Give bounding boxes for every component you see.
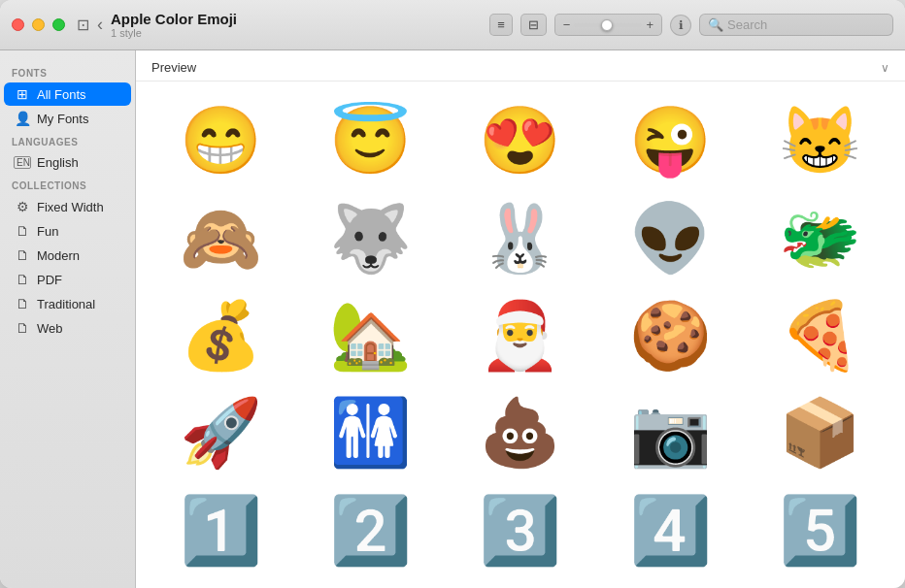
size-slider-container[interactable]: − + xyxy=(554,14,662,36)
emoji-cell[interactable]: 1️⃣ xyxy=(146,481,295,578)
sidebar-item-label-fun: Fun xyxy=(37,224,58,239)
emoji-char: 2️⃣ xyxy=(329,497,412,563)
close-button[interactable] xyxy=(12,18,24,31)
sidebar-item-label-modern: Modern xyxy=(37,248,80,263)
emoji-char: 🙈 xyxy=(180,205,262,271)
traffic-lights xyxy=(12,18,65,31)
emoji-char: 💩 xyxy=(479,399,561,465)
emoji-cell[interactable]: 😜 xyxy=(595,91,745,188)
fonts-section-label: Fonts xyxy=(0,62,135,82)
size-minus-icon: − xyxy=(563,17,571,32)
emoji-char: 4️⃣ xyxy=(629,497,712,563)
emoji-cell[interactable]: 📦 xyxy=(746,383,895,480)
emoji-cell[interactable]: 🙈 xyxy=(146,188,295,285)
emoji-char: 🐲 xyxy=(779,205,861,271)
preview-chevron-icon[interactable]: ∨ xyxy=(881,61,889,75)
emoji-cell[interactable]: 🍪 xyxy=(595,286,745,383)
titlebar-info: Apple Color Emoji 1 style xyxy=(111,11,489,39)
main-window: ⊡ ‹ Apple Color Emoji 1 style ≡ ⊟ − + ℹ xyxy=(0,0,905,588)
slider-thumb[interactable] xyxy=(601,19,613,31)
fun-icon: 🗋 xyxy=(14,223,31,239)
emoji-cell[interactable]: 🐺 xyxy=(295,188,445,285)
emoji-cell[interactable]: 4️⃣ xyxy=(595,481,745,578)
emoji-char: 1️⃣ xyxy=(180,497,262,563)
sidebar-item-label-english: English xyxy=(37,155,79,170)
emoji-cell[interactable]: 🚀 xyxy=(146,383,295,480)
sidebar-item-label-traditional: Traditional xyxy=(37,297,95,311)
list-view-button[interactable]: ≡ xyxy=(489,14,513,36)
preview-label: Preview xyxy=(151,60,196,75)
emoji-cell[interactable]: 😁 xyxy=(146,91,295,188)
sidebar: Fonts ⊞ All Fonts 👤 My Fonts Languages E… xyxy=(0,50,136,588)
emoji-grid: 😁 😇 😍 😜 😸 🙈 🐺 🐰 👽 🐲 💰 🏡 🎅 🍪 🍕 🚀 xyxy=(136,82,905,588)
info-icon: ℹ xyxy=(679,18,684,32)
emoji-cell[interactable]: 5️⃣ xyxy=(746,481,895,578)
fixed-width-icon: ⚙ xyxy=(14,199,31,214)
emoji-cell[interactable]: 📷 xyxy=(595,383,745,480)
search-input[interactable] xyxy=(727,17,885,32)
sidebar-item-traditional[interactable]: 🗋 Traditional xyxy=(4,292,131,315)
emoji-cell[interactable]: 😇 xyxy=(295,91,445,188)
emoji-cell[interactable]: 💰 xyxy=(146,286,295,383)
emoji-char: 🐺 xyxy=(329,205,412,271)
emoji-cell[interactable]: 🐲 xyxy=(746,188,895,285)
font-name: Apple Color Emoji xyxy=(111,11,489,27)
font-subtitle: 1 style xyxy=(111,27,489,39)
collections-section-label: Collections xyxy=(0,175,135,194)
main-content: Fonts ⊞ All Fonts 👤 My Fonts Languages E… xyxy=(0,50,905,588)
slider-track[interactable] xyxy=(574,23,642,27)
preview-area: Preview ∨ 😁 😇 😍 😜 😸 🙈 🐺 🐰 👽 🐲 💰 🏡 xyxy=(136,50,905,588)
search-icon: 🔍 xyxy=(708,17,723,32)
emoji-char: 😍 xyxy=(479,107,561,173)
sidebar-item-fun[interactable]: 🗋 Fun xyxy=(4,219,131,243)
emoji-cell[interactable]: 3️⃣ xyxy=(446,481,595,578)
emoji-cell[interactable]: 🏡 xyxy=(295,286,445,383)
traditional-icon: 🗋 xyxy=(14,296,31,311)
sidebar-toggle-button[interactable]: ⊡ xyxy=(77,16,89,34)
titlebar-controls: ≡ ⊟ − + ℹ 🔍 xyxy=(489,14,893,36)
search-bar[interactable]: 🔍 xyxy=(699,14,893,36)
sidebar-item-label-my-fonts: My Fonts xyxy=(37,112,88,126)
maximize-button[interactable] xyxy=(52,18,65,31)
list-view-icon: ≡ xyxy=(497,17,505,32)
sidebar-item-english[interactable]: EN English xyxy=(4,151,131,174)
emoji-char: 👽 xyxy=(629,205,712,271)
emoji-cell[interactable]: 2️⃣ xyxy=(295,481,445,578)
emoji-char: 🏡 xyxy=(329,302,412,368)
sidebar-item-pdf[interactable]: 🗋 PDF xyxy=(4,268,131,291)
emoji-char: 🍕 xyxy=(779,302,861,368)
emoji-char: 💰 xyxy=(180,302,262,368)
emoji-char: 🚻 xyxy=(329,399,412,465)
sidebar-item-fixed-width[interactable]: ⚙ Fixed Width xyxy=(4,195,131,218)
size-plus-icon: + xyxy=(646,17,654,32)
back-button[interactable]: ‹ xyxy=(97,15,103,35)
sidebar-item-label-fixed-width: Fixed Width xyxy=(37,200,104,214)
sidebar-item-modern[interactable]: 🗋 Modern xyxy=(4,244,131,267)
sidebar-item-web[interactable]: 🗋 Web xyxy=(4,316,131,340)
emoji-char: 📦 xyxy=(779,399,861,465)
strip-view-button[interactable]: ⊟ xyxy=(520,14,547,36)
strip-view-icon: ⊟ xyxy=(528,17,539,32)
emoji-char: 🚀 xyxy=(180,399,262,465)
emoji-cell[interactable]: 👽 xyxy=(595,188,745,285)
emoji-cell[interactable]: 😸 xyxy=(746,91,895,188)
pdf-icon: 🗋 xyxy=(14,272,31,287)
info-button[interactable]: ℹ xyxy=(670,15,691,36)
emoji-char: 😁 xyxy=(180,107,262,173)
emoji-cell[interactable]: 💩 xyxy=(446,383,595,480)
sidebar-item-label-all-fonts: All Fonts xyxy=(37,87,86,102)
emoji-char: 5️⃣ xyxy=(779,497,861,563)
emoji-char: 😇 xyxy=(329,107,412,173)
all-fonts-icon: ⊞ xyxy=(14,86,31,102)
emoji-cell[interactable]: 🚻 xyxy=(295,383,445,480)
minimize-button[interactable] xyxy=(32,18,45,31)
emoji-char: 3️⃣ xyxy=(479,497,561,563)
sidebar-item-my-fonts[interactable]: 👤 My Fonts xyxy=(4,107,131,130)
emoji-cell[interactable]: 🎅 xyxy=(446,286,595,383)
emoji-char: 😜 xyxy=(629,107,712,173)
emoji-cell[interactable]: 😍 xyxy=(446,91,595,188)
sidebar-item-all-fonts[interactable]: ⊞ All Fonts xyxy=(4,82,131,106)
emoji-cell[interactable]: 🍕 xyxy=(746,286,895,383)
my-fonts-icon: 👤 xyxy=(14,111,31,126)
emoji-cell[interactable]: 🐰 xyxy=(446,188,595,285)
